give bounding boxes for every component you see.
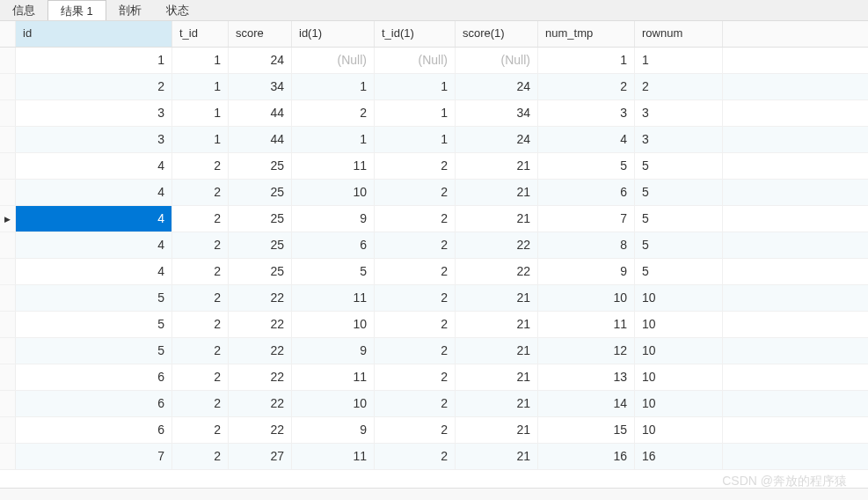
cell-score1[interactable]: 22 [456, 259, 538, 284]
cell-num_tmp[interactable]: 15 [538, 417, 635, 443]
cell-id1[interactable]: 9 [292, 338, 375, 364]
cell-score[interactable]: 44 [229, 127, 292, 152]
cell-num_tmp[interactable]: 16 [538, 444, 635, 469]
cell-t_id1[interactable]: 2 [375, 232, 456, 258]
column-header-id[interactable]: id [16, 21, 172, 47]
cell-t_id1[interactable]: 2 [375, 206, 456, 232]
cell-rownum[interactable]: 10 [635, 285, 723, 311]
cell-score1[interactable]: 24 [456, 127, 538, 152]
cell-score[interactable]: 25 [229, 153, 292, 179]
cell-id1[interactable]: 5 [292, 259, 375, 284]
cell-num_tmp[interactable]: 4 [538, 127, 635, 152]
cell-t_id1[interactable]: 2 [375, 364, 456, 390]
cell-id1[interactable]: 1 [292, 127, 375, 152]
cell-score1[interactable]: 21 [456, 338, 538, 364]
cell-id1[interactable]: 11 [292, 153, 375, 179]
cell-score1[interactable]: 21 [456, 153, 538, 179]
cell-num_tmp[interactable]: 12 [538, 338, 635, 364]
cell-id1[interactable]: 2 [292, 100, 375, 126]
cell-id1[interactable]: 9 [292, 417, 375, 443]
cell-score[interactable]: 25 [229, 206, 292, 232]
cell-num_tmp[interactable]: 9 [538, 259, 635, 284]
cell-id[interactable]: 4 [16, 232, 172, 258]
cell-num_tmp[interactable]: 14 [538, 391, 635, 416]
table-row[interactable]: 6222102211410 [0, 391, 868, 417]
column-header-rownum[interactable]: rownum [635, 21, 723, 47]
table-row[interactable]: 522292211210 [0, 338, 868, 364]
cell-id[interactable]: 6 [16, 364, 172, 390]
row-handle[interactable] [0, 417, 16, 443]
cell-t_id[interactable]: 2 [172, 206, 229, 232]
table-row[interactable]: 42251122155 [0, 153, 868, 180]
row-handle[interactable] [0, 127, 16, 152]
table-row[interactable]: 7227112211616 [0, 444, 868, 470]
tab-3[interactable]: 状态 [154, 0, 201, 20]
cell-rownum[interactable]: 5 [635, 206, 723, 232]
cell-id[interactable]: 5 [16, 338, 172, 364]
cell-score[interactable]: 22 [229, 391, 292, 416]
cell-t_id1[interactable]: 2 [375, 417, 456, 443]
cell-id[interactable]: 7 [16, 444, 172, 469]
cell-t_id[interactable]: 1 [172, 127, 229, 152]
cell-t_id1[interactable]: 2 [375, 259, 456, 284]
cell-score1[interactable]: 21 [456, 285, 538, 311]
cell-t_id[interactable]: 2 [172, 259, 229, 284]
cell-id1[interactable]: (Null) [292, 48, 375, 73]
cell-score[interactable]: 44 [229, 100, 292, 126]
cell-t_id1[interactable]: 1 [375, 100, 456, 126]
row-handle[interactable] [0, 338, 16, 364]
cell-score1[interactable]: 21 [456, 206, 538, 232]
cell-id[interactable]: 3 [16, 100, 172, 126]
cell-t_id[interactable]: 2 [172, 364, 229, 390]
cell-score1[interactable]: 21 [456, 312, 538, 337]
cell-num_tmp[interactable]: 5 [538, 153, 635, 179]
cell-id[interactable]: 4 [16, 259, 172, 284]
cell-t_id[interactable]: 2 [172, 444, 229, 469]
cell-rownum[interactable]: 5 [635, 259, 723, 284]
table-row[interactable]: 3144112443 [0, 127, 868, 153]
cell-id[interactable]: 2 [16, 74, 172, 99]
cell-t_id[interactable]: 1 [172, 48, 229, 73]
cell-num_tmp[interactable]: 8 [538, 232, 635, 258]
cell-id1[interactable]: 1 [292, 74, 375, 99]
cell-t_id[interactable]: 2 [172, 338, 229, 364]
cell-id[interactable]: 4 [16, 180, 172, 205]
cell-rownum[interactable]: 2 [635, 74, 723, 99]
cell-score[interactable]: 27 [229, 444, 292, 469]
cell-t_id1[interactable]: 1 [375, 74, 456, 99]
cell-score[interactable]: 22 [229, 312, 292, 337]
cell-id[interactable]: 5 [16, 285, 172, 311]
row-handle[interactable] [0, 312, 16, 337]
cell-t_id1[interactable]: 2 [375, 180, 456, 205]
cell-score1[interactable]: (Null) [456, 48, 538, 73]
cell-id1[interactable]: 10 [292, 312, 375, 337]
cell-score1[interactable]: 22 [456, 232, 538, 258]
table-row[interactable]: 5222102211110 [0, 312, 868, 338]
cell-rownum[interactable]: 1 [635, 48, 723, 73]
cell-t_id[interactable]: 2 [172, 417, 229, 443]
table-row[interactable]: 3144213433 [0, 100, 868, 127]
row-handle[interactable] [0, 364, 16, 390]
cell-num_tmp[interactable]: 13 [538, 364, 635, 390]
tab-1[interactable]: 结果 1 [47, 0, 106, 20]
cell-id1[interactable]: 10 [292, 180, 375, 205]
cell-score[interactable]: 22 [229, 285, 292, 311]
cell-t_id1[interactable]: 2 [375, 338, 456, 364]
cell-rownum[interactable]: 10 [635, 364, 723, 390]
row-handle[interactable] [0, 100, 16, 126]
cell-t_id[interactable]: 2 [172, 285, 229, 311]
cell-id1[interactable]: 11 [292, 444, 375, 469]
table-row[interactable]: 6222112211310 [0, 364, 868, 391]
table-row[interactable]: 622292211510 [0, 417, 868, 444]
cell-score[interactable]: 25 [229, 259, 292, 284]
cell-id1[interactable]: 11 [292, 364, 375, 390]
cell-rownum[interactable]: 10 [635, 338, 723, 364]
cell-id1[interactable]: 9 [292, 206, 375, 232]
cell-rownum[interactable]: 3 [635, 127, 723, 152]
cell-t_id1[interactable]: 2 [375, 312, 456, 337]
cell-t_id1[interactable]: 2 [375, 285, 456, 311]
cell-t_id[interactable]: 2 [172, 153, 229, 179]
cell-score1[interactable]: 21 [456, 364, 538, 390]
table-row[interactable]: 5222112211010 [0, 285, 868, 312]
row-handle[interactable] [0, 444, 16, 469]
